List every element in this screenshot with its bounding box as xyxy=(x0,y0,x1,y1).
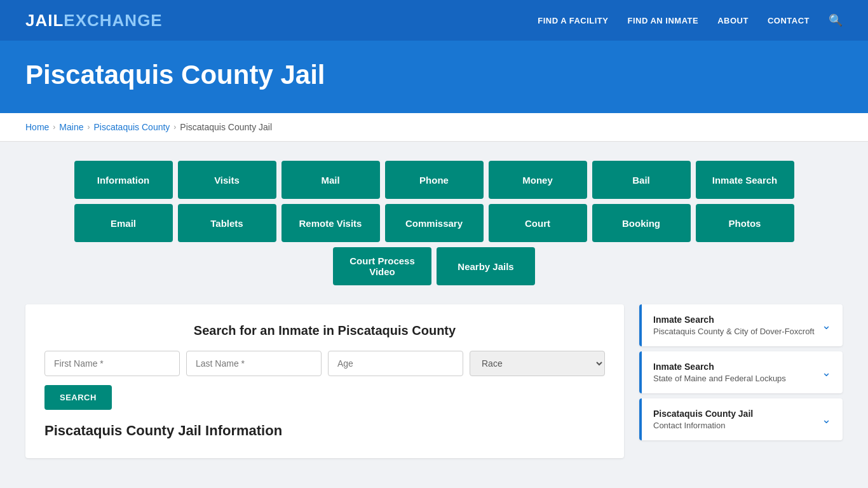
breadcrumb-home[interactable]: Home xyxy=(25,122,49,132)
first-name-input[interactable] xyxy=(44,351,180,376)
btn-photos[interactable]: Photos xyxy=(696,204,794,242)
sidebar-main-title-2: Piscataquis County Jail xyxy=(653,409,753,419)
hero-section: Piscataquis County Jail xyxy=(0,41,868,113)
breadcrumb-sep-1: › xyxy=(53,123,55,132)
nav-find-facility[interactable]: FIND A FACILITY xyxy=(538,16,608,25)
btn-information[interactable]: Information xyxy=(74,161,173,199)
breadcrumb-county[interactable]: Piscataquis County xyxy=(94,122,170,132)
sidebar-card-0: Inmate Search Piscataquis County & City … xyxy=(639,304,843,346)
sidebar-card-header-2[interactable]: Piscataquis County Jail Contact Informat… xyxy=(639,398,843,440)
chevron-icon-0: ⌄ xyxy=(822,318,831,332)
last-name-input[interactable] xyxy=(186,351,322,376)
btn-commissary[interactable]: Commissary xyxy=(385,204,484,242)
btn-booking[interactable]: Booking xyxy=(592,204,691,242)
left-panel: Search for an Inmate in Piscataquis Coun… xyxy=(25,304,624,458)
sidebar-main-title-0: Inmate Search xyxy=(653,315,815,325)
sidebar-sub-title-1: State of Maine and Federal Lockups xyxy=(653,374,786,383)
breadcrumb-maine[interactable]: Maine xyxy=(59,122,83,132)
search-icon-button[interactable]: 🔍 xyxy=(829,13,843,27)
content-area: Search for an Inmate in Piscataquis Coun… xyxy=(25,304,843,458)
btn-bail[interactable]: Bail xyxy=(592,161,691,199)
jail-info-section-title: Piscataquis County Jail Information xyxy=(44,423,605,439)
btn-phone[interactable]: Phone xyxy=(385,161,484,199)
form-row-names: Race xyxy=(44,351,605,376)
nav-contact[interactable]: CONTACT xyxy=(768,16,810,25)
nav-find-inmate[interactable]: FIND AN INMATE xyxy=(627,16,698,25)
button-row-1: Information Visits Mail Phone Money Bail… xyxy=(74,161,794,199)
btn-court[interactable]: Court xyxy=(489,204,587,242)
btn-email[interactable]: Email xyxy=(74,204,173,242)
sidebar-sub-title-0: Piscataquis County & City of Dover-Foxcr… xyxy=(653,327,815,336)
nav-about[interactable]: ABOUT xyxy=(717,16,749,25)
site-header: JAILEXCHANGE FIND A FACILITY FIND AN INM… xyxy=(0,0,868,41)
race-select[interactable]: Race xyxy=(470,351,605,376)
breadcrumb: Home › Maine › Piscataquis County › Pisc… xyxy=(25,122,843,132)
main-content: Information Visits Mail Phone Money Bail… xyxy=(0,142,868,488)
breadcrumb-sep-2: › xyxy=(88,123,90,132)
breadcrumb-sep-3: › xyxy=(173,123,176,132)
sidebar-card-title-0: Inmate Search Piscataquis County & City … xyxy=(653,315,815,336)
logo-jail: JAIL xyxy=(25,11,64,30)
search-button[interactable]: SEARCH xyxy=(44,385,112,410)
sidebar-card-2: Piscataquis County Jail Contact Informat… xyxy=(639,398,843,440)
search-form-title: Search for an Inmate in Piscataquis Coun… xyxy=(44,323,605,338)
btn-visits[interactable]: Visits xyxy=(178,161,276,199)
main-nav: FIND A FACILITY FIND AN INMATE ABOUT CON… xyxy=(538,13,843,27)
page-title: Piscataquis County Jail xyxy=(25,60,843,90)
inmate-search-form: Search for an Inmate in Piscataquis Coun… xyxy=(44,323,605,410)
sidebar-sub-title-2: Contact Information xyxy=(653,421,725,430)
button-row-3: Court Process Video Nearby Jails xyxy=(333,247,535,285)
btn-inmate-search[interactable]: Inmate Search xyxy=(696,161,794,199)
sidebar-card-header-1[interactable]: Inmate Search State of Maine and Federal… xyxy=(639,351,843,393)
breadcrumb-current: Piscataquis County Jail xyxy=(180,122,272,132)
category-button-grid: Information Visits Mail Phone Money Bail… xyxy=(25,161,843,285)
btn-tablets[interactable]: Tablets xyxy=(178,204,276,242)
chevron-icon-1: ⌄ xyxy=(822,365,831,379)
sidebar-main-title-1: Inmate Search xyxy=(653,362,786,372)
btn-money[interactable]: Money xyxy=(489,161,587,199)
chevron-icon-2: ⌄ xyxy=(822,412,831,426)
btn-nearby-jails[interactable]: Nearby Jails xyxy=(437,247,535,285)
btn-court-process-video[interactable]: Court Process Video xyxy=(333,247,431,285)
btn-mail[interactable]: Mail xyxy=(281,161,380,199)
sidebar-card-header-0[interactable]: Inmate Search Piscataquis County & City … xyxy=(639,304,843,346)
logo-exchange: EXCHANGE xyxy=(64,11,162,30)
sidebar-card-title-1: Inmate Search State of Maine and Federal… xyxy=(653,362,786,383)
site-logo[interactable]: JAILEXCHANGE xyxy=(25,11,163,30)
breadcrumb-bar: Home › Maine › Piscataquis County › Pisc… xyxy=(0,113,868,142)
button-row-2: Email Tablets Remote Visits Commissary C… xyxy=(74,204,794,242)
sidebar-card-title-2: Piscataquis County Jail Contact Informat… xyxy=(653,409,753,430)
right-panel: Inmate Search Piscataquis County & City … xyxy=(639,304,843,458)
sidebar-card-1: Inmate Search State of Maine and Federal… xyxy=(639,351,843,393)
age-input[interactable] xyxy=(328,351,463,376)
btn-remote-visits[interactable]: Remote Visits xyxy=(281,204,380,242)
